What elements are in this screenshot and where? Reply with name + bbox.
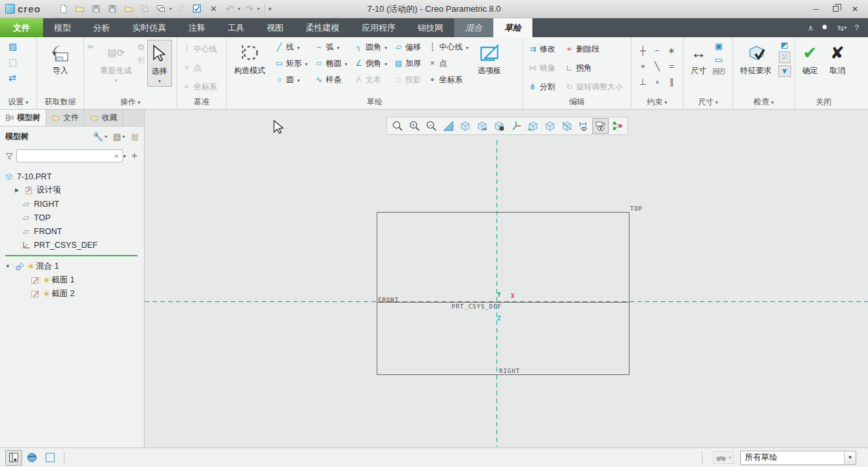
panel-tab-model-tree[interactable]: 模型树 xyxy=(0,110,46,126)
construction-mode-button[interactable]: 构造模式 xyxy=(230,40,269,78)
tab-sketch[interactable]: 草绘 xyxy=(493,18,532,37)
tab-model[interactable]: 模型 xyxy=(43,18,82,37)
filter-clear-icon[interactable]: ✕ xyxy=(114,153,119,160)
rectangle-button[interactable]: ▭矩形 xyxy=(273,56,309,70)
tree-tools-icon[interactable]: 🔧▾ xyxy=(93,132,107,142)
dimension-button[interactable]: ↔ 尺寸 xyxy=(687,40,710,78)
palette-button[interactable]: 选项板 xyxy=(474,40,505,78)
sketch-centerline-button[interactable]: ┆中心线 xyxy=(426,40,470,54)
close-button[interactable]: ✕ xyxy=(846,3,864,16)
setup-swap-icon[interactable]: ⇄ xyxy=(8,72,17,83)
constraint-horizontal-icon[interactable]: + xyxy=(641,61,646,71)
tab-jinjiwang[interactable]: 锦技网 xyxy=(407,18,454,37)
filter-caret-icon[interactable]: ▾ xyxy=(122,153,127,159)
close-sketch-icon[interactable]: ✕ xyxy=(207,3,221,16)
feature-requirements-button[interactable]: 特征要求 xyxy=(736,40,775,78)
line-button[interactable]: ╱线 xyxy=(273,40,309,54)
constraint-midpoint-icon[interactable]: ∗ xyxy=(668,46,675,55)
tab-annotate[interactable]: 注释 xyxy=(177,18,216,37)
help-icon[interactable]: ? xyxy=(854,23,859,33)
panel-tab-favorites[interactable]: 收藏 xyxy=(85,110,123,126)
datum-display-filters-icon[interactable] xyxy=(508,118,524,134)
constraint-perpendicular-icon[interactable]: ⊥ xyxy=(639,77,646,87)
highlight-open-ends-icon[interactable]: ⁙ xyxy=(779,52,790,63)
tree-item-right-plane[interactable]: ▱ RIGHT xyxy=(13,197,144,211)
browser-icon[interactable] xyxy=(23,450,40,466)
tab-file[interactable]: 文件 xyxy=(0,18,43,37)
minimize-button[interactable]: ─ xyxy=(807,3,825,16)
saved-orientations-icon[interactable] xyxy=(474,118,490,134)
save-icon[interactable] xyxy=(89,3,104,16)
tree-item-front-plane[interactable]: ▱ FRONT xyxy=(13,224,144,238)
switch-windows-icon[interactable]: ⇆▾ xyxy=(837,23,846,33)
insert-indicator-line[interactable] xyxy=(5,255,137,256)
tree-item-top-plane[interactable]: ▱ TOP xyxy=(13,211,144,224)
tree-item-section2[interactable]: ✳ 截面 2 xyxy=(30,287,144,301)
spin-center-icon[interactable] xyxy=(542,118,558,134)
annotation-display-icon[interactable] xyxy=(525,118,541,134)
delete-segment-button[interactable]: ≁删除段 xyxy=(563,42,624,56)
sketch-point-button[interactable]: ×点 xyxy=(426,56,470,70)
zoom-in-icon[interactable]: + xyxy=(406,118,422,134)
constraint-equal-icon[interactable]: = xyxy=(669,61,674,71)
tree-item-section1[interactable]: ✳ 截面 1 xyxy=(30,273,144,287)
perimeter-dimension-icon[interactable]: ▣ xyxy=(713,41,725,51)
display-style-icon[interactable] xyxy=(457,118,473,134)
reference-dimension-icon[interactable]: REF xyxy=(713,68,725,74)
tree-filter-input[interactable] xyxy=(16,149,123,162)
ellipse-button[interactable]: ○椭圆 xyxy=(313,56,349,70)
sketch-rectangle[interactable] xyxy=(377,212,629,375)
panel-tab-folder-browser[interactable]: 文件 xyxy=(46,110,85,126)
constraint-coincident-icon[interactable]: ╲ xyxy=(655,61,660,71)
sketch-csys-button[interactable]: ⌖坐标系 xyxy=(426,72,470,87)
search-icon[interactable] xyxy=(821,23,830,32)
blank-window-icon[interactable] xyxy=(42,450,59,466)
tab-live-sim[interactable]: 实时仿真 xyxy=(121,18,177,37)
divide-button[interactable]: ⋔分割 xyxy=(527,80,557,94)
fillet-button[interactable]: ╮圆角 xyxy=(353,40,388,54)
tree-item-part[interactable]: 7-10.PRT xyxy=(4,170,144,183)
graphics-area[interactable]: TOP FRONT RIGHT PRT_CSYS_DEF Y X Z + − xyxy=(145,110,868,447)
perspective-icon[interactable] xyxy=(558,118,575,134)
tree-item-design-items[interactable]: ▶ 设计项 xyxy=(13,183,144,197)
select-button[interactable]: 选择 ▾ xyxy=(147,40,172,87)
tree-show-icon[interactable]: ▦ xyxy=(131,132,139,142)
tab-analysis[interactable]: 分析 xyxy=(82,18,121,37)
tree-item-csys[interactable]: PRT_CSYS_DEF xyxy=(13,238,144,252)
minimize-ribbon-icon[interactable]: ∧ xyxy=(807,23,813,33)
constraint-vertical-icon[interactable]: ┼ xyxy=(640,46,646,55)
offset-button[interactable]: ▱偏移 xyxy=(392,40,422,54)
chamfer-button[interactable]: ∠倒角 xyxy=(353,56,388,70)
save-as-icon[interactable] xyxy=(106,3,120,16)
window-display-caret-icon[interactable]: ▾ xyxy=(169,6,172,12)
sketch-orientation-icon[interactable] xyxy=(609,118,626,134)
constraint-symmetric-icon[interactable]: ∘ xyxy=(654,77,659,87)
restore-button[interactable] xyxy=(826,3,845,16)
constraint-tangent-icon[interactable]: ⌢ xyxy=(654,45,660,55)
spline-button[interactable]: ∿样条 xyxy=(313,72,349,87)
arc-button[interactable]: ⌢弧 xyxy=(313,40,349,54)
tab-flex-modeling[interactable]: 柔性建模 xyxy=(295,18,351,37)
tab-blend[interactable]: 混合 xyxy=(454,18,493,37)
setup-references-icon[interactable]: ▨ xyxy=(8,41,17,52)
window-display-icon[interactable] xyxy=(154,3,169,16)
thicken-button[interactable]: ▤加厚 xyxy=(392,56,422,70)
tab-applications[interactable]: 应用程序 xyxy=(351,18,407,37)
expander-expanded-icon[interactable]: ▼ xyxy=(4,264,12,269)
corner-button[interactable]: ∟拐角 xyxy=(563,61,624,75)
sketch-display-filters-icon[interactable] xyxy=(592,118,609,134)
ok-button[interactable]: ✔ 确定 xyxy=(798,40,822,78)
tree-settings-icon[interactable]: ▤▾ xyxy=(113,132,124,142)
customize-toolbar-caret-icon[interactable]: ▾ xyxy=(268,5,272,12)
refit-icon[interactable] xyxy=(389,118,405,134)
baseline-dimension-icon[interactable]: ▭ xyxy=(713,55,725,65)
modify-button[interactable]: ⇉修改 xyxy=(527,42,557,56)
circle-button[interactable]: ○圆 xyxy=(273,72,309,87)
dimension-display-icon[interactable] xyxy=(575,118,592,134)
open-file-icon[interactable] xyxy=(73,3,87,16)
import-button[interactable]: 导入 xyxy=(47,40,74,78)
tab-tools[interactable]: 工具 xyxy=(216,18,255,37)
cancel-button[interactable]: ✘ 取消 xyxy=(826,40,849,78)
tree-item-blend[interactable]: ▼ ✳ 混合 1 xyxy=(4,260,144,273)
setup-grid-icon[interactable]: ⬚ xyxy=(8,57,17,67)
